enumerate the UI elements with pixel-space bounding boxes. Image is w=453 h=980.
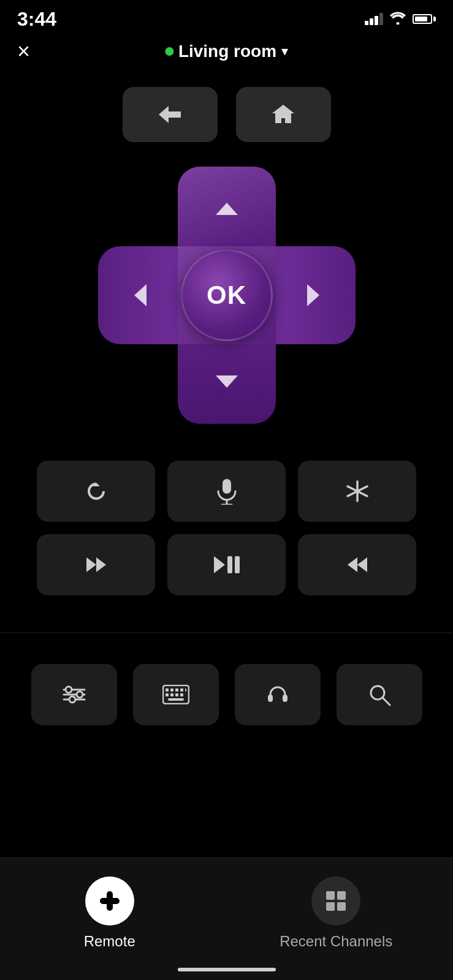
keyboard-button[interactable]: [133, 664, 219, 725]
svg-rect-17: [175, 688, 178, 692]
dpad-right-button[interactable]: [283, 246, 345, 344]
svg-point-12: [77, 692, 83, 698]
tab-recent-channels[interactable]: Recent Channels: [280, 876, 392, 950]
back-button[interactable]: [123, 87, 218, 142]
svg-rect-0: [223, 479, 231, 494]
header: × Living room ▾: [0, 34, 453, 75]
recent-channels-tab-icon: [311, 876, 360, 925]
svg-rect-25: [268, 695, 273, 702]
svg-rect-20: [166, 693, 169, 696]
svg-rect-16: [170, 688, 173, 692]
wifi-icon: [389, 10, 406, 29]
svg-rect-22: [175, 693, 178, 696]
svg-rect-15: [166, 688, 169, 692]
nav-buttons: [0, 75, 453, 160]
svg-rect-7: [235, 556, 240, 573]
svg-rect-32: [326, 891, 335, 900]
bottom-section: [0, 633, 453, 737]
close-button[interactable]: ×: [17, 40, 30, 62]
dpad-down-button[interactable]: [178, 352, 276, 413]
svg-rect-6: [227, 556, 232, 573]
chevron-down-icon: ▾: [281, 43, 288, 59]
recent-channels-tab-label: Recent Channels: [280, 933, 392, 950]
fast-forward-button[interactable]: [298, 534, 416, 595]
replay-button[interactable]: [37, 461, 155, 522]
svg-rect-21: [170, 693, 173, 696]
svg-rect-33: [337, 891, 346, 900]
svg-rect-35: [337, 902, 346, 911]
home-indicator: [178, 968, 276, 971]
rewind-button[interactable]: [37, 534, 155, 595]
ok-label: OK: [207, 281, 246, 310]
svg-rect-26: [283, 695, 287, 702]
mic-button[interactable]: [167, 461, 286, 522]
svg-rect-19: [185, 688, 186, 692]
dpad: OK: [98, 167, 356, 424]
device-selector[interactable]: Living room ▾: [165, 42, 288, 61]
remote-tab-label: Remote: [84, 933, 135, 950]
status-bar: 3:44: [0, 0, 453, 34]
settings-button[interactable]: [31, 664, 117, 725]
media-row-1: [37, 461, 416, 522]
remote-tab-icon: [85, 876, 134, 925]
home-button[interactable]: [236, 87, 331, 142]
svg-line-28: [383, 698, 390, 705]
media-row-2: [37, 534, 416, 595]
status-time: 3:44: [17, 8, 56, 31]
ok-button[interactable]: OK: [181, 249, 273, 341]
status-icons: [365, 10, 436, 29]
svg-rect-24: [168, 698, 184, 701]
device-online-indicator: [165, 47, 173, 56]
tool-buttons: [31, 658, 422, 737]
svg-rect-34: [326, 902, 335, 911]
battery-icon: [413, 14, 436, 24]
tab-bar: Remote Recent Channels: [0, 858, 453, 980]
signal-icon: [365, 13, 383, 25]
svg-point-11: [66, 687, 72, 693]
dpad-container: OK: [0, 160, 453, 448]
device-name: Living room: [178, 42, 276, 61]
dpad-left-button[interactable]: [109, 246, 170, 344]
tab-remote[interactable]: Remote: [61, 876, 159, 950]
dpad-up-button[interactable]: [178, 178, 276, 239]
media-controls: [0, 448, 453, 595]
headphones-button[interactable]: [235, 664, 321, 725]
play-pause-button[interactable]: [167, 534, 286, 595]
svg-point-13: [69, 696, 75, 703]
search-button[interactable]: [337, 664, 422, 725]
svg-rect-23: [180, 693, 183, 696]
svg-point-31: [107, 898, 113, 904]
asterisk-button[interactable]: [298, 461, 416, 522]
svg-rect-18: [180, 688, 183, 692]
